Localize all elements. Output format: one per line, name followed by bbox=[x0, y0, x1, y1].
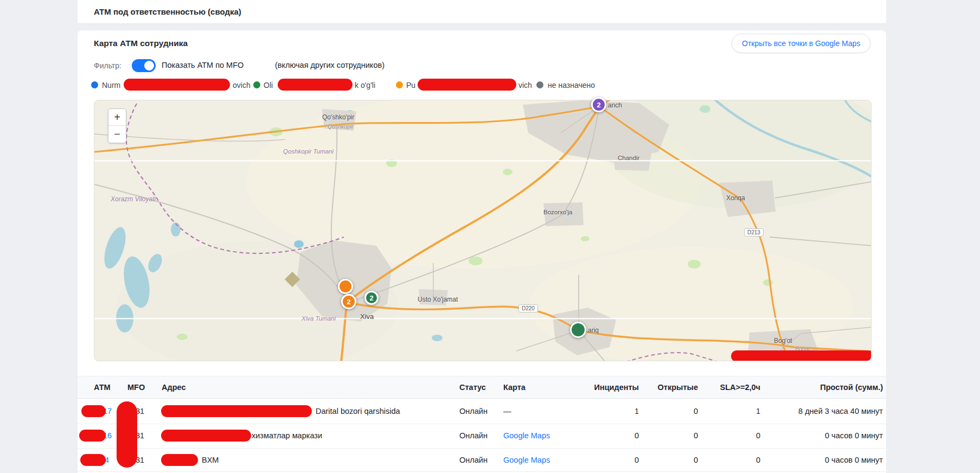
google-maps-link[interactable]: Google Maps bbox=[503, 424, 550, 448]
status-value: Онлайн bbox=[459, 424, 488, 448]
map-label-qoshkopir-tumani: Qoshkopir Tumani bbox=[283, 148, 334, 155]
legend-item-employee-1-suffix: ovich bbox=[233, 81, 251, 90]
map-link-empty: — bbox=[503, 399, 511, 424]
address-value: Darital bozori qarshisida bbox=[316, 399, 400, 424]
map-marker-green-single[interactable] bbox=[570, 322, 586, 338]
zoom-out-button[interactable]: − bbox=[108, 126, 126, 143]
map-marker-orange-cluster[interactable]: 2 bbox=[341, 294, 356, 309]
map-label-qoshkopir: Qo'shko'pir bbox=[322, 113, 354, 121]
column-header-downtime: Простой (сумм.) bbox=[721, 376, 883, 399]
redaction-bar bbox=[161, 430, 251, 442]
toggle-label: Показать АТМ по MFO bbox=[162, 61, 244, 69]
map-marker-orange-single[interactable] bbox=[338, 279, 353, 294]
legend-dot-green-icon bbox=[253, 81, 260, 88]
column-header-atm: АТМ bbox=[94, 376, 111, 399]
summary-header-bar: АТМ под ответственностью (сводка) bbox=[78, 0, 886, 24]
map-label-xonqa: Xonqa bbox=[726, 194, 745, 202]
redaction-bar bbox=[418, 79, 516, 91]
map-label-bozorxoja: Bozorxo'ja bbox=[543, 209, 572, 215]
map-label-usto-xojamat: Usto Xo'jamat bbox=[418, 296, 458, 303]
address-value: хизматлар маркази bbox=[252, 424, 322, 448]
map-tiles[interactable]: Qo'shko'pir Qoshkopir Qoshkopir Tumani C… bbox=[94, 100, 872, 361]
map-marker-purple-cluster[interactable]: 2 bbox=[591, 97, 606, 112]
legend-item-employee-2-suffix: k o'g'li bbox=[355, 81, 375, 90]
status-value: Онлайн bbox=[459, 399, 488, 424]
map-label-ariq-partial: ariq bbox=[588, 327, 599, 334]
column-header-address: Адрес bbox=[162, 376, 185, 399]
row-divider bbox=[78, 471, 886, 472]
legend-item-unassigned: не назначено bbox=[548, 81, 595, 90]
card-title: Карта АТМ сотрудника bbox=[94, 39, 188, 48]
mfo-filter-toggle[interactable] bbox=[132, 59, 156, 72]
google-maps-link[interactable]: Google Maps bbox=[503, 448, 550, 472]
redaction-bar bbox=[278, 79, 353, 91]
map-label-xiva-tumani: Xiva Tumani bbox=[302, 315, 336, 322]
map-road-badge-d220: D220 bbox=[518, 304, 538, 312]
redaction-bar bbox=[161, 405, 312, 417]
legend-dot-blue-icon bbox=[91, 81, 98, 88]
toggle-note: (включая других сотрудников) bbox=[275, 61, 385, 69]
column-header-map: Карта bbox=[503, 376, 526, 399]
legend-item-employee-1-prefix: Nurm bbox=[102, 81, 120, 90]
downtime-value: 0 часов 0 минут bbox=[721, 424, 883, 448]
column-header-mfo: MFO bbox=[127, 376, 145, 399]
map-label-xiva: Xiva bbox=[360, 312, 374, 321]
open-all-in-google-maps-button[interactable]: Открыть все точки в Google Maps bbox=[732, 34, 870, 53]
column-header-status: Статус bbox=[459, 376, 486, 399]
map-label-bogot: Bog'ot bbox=[774, 337, 792, 344]
redaction-bar bbox=[81, 405, 106, 417]
legend-item-employee-3-suffix: vich bbox=[518, 81, 532, 90]
page: АТМ под ответственностью (сводка) Карта … bbox=[0, 0, 980, 473]
map-road-badge-d213: D213 bbox=[744, 228, 764, 237]
filter-label: Фильтр: bbox=[94, 61, 121, 70]
address-value: BXM bbox=[202, 448, 219, 472]
toggle-knob-icon bbox=[144, 61, 154, 71]
legend-item-employee-3-prefix: Pu bbox=[406, 81, 415, 90]
redaction-bar bbox=[161, 454, 198, 466]
redaction-bar bbox=[124, 79, 230, 91]
legend-item-employee-2-prefix: Oli bbox=[264, 81, 273, 90]
redaction-bar-mfo-column bbox=[117, 401, 137, 468]
zoom-in-button[interactable]: + bbox=[108, 109, 126, 126]
downtime-value: 8 дней 3 часа 40 минут bbox=[721, 399, 883, 424]
map-zoom-control: + − bbox=[108, 108, 126, 143]
map-label-xorazm-viloyati: Xorazm Viloyati bbox=[111, 195, 156, 203]
redaction-bar bbox=[80, 454, 106, 466]
map-marker-green-cluster[interactable]: 2 bbox=[364, 291, 379, 305]
legend-dot-orange-icon bbox=[396, 81, 403, 88]
redaction-bar-attribution bbox=[731, 350, 872, 361]
map-label-urganch-partial: anch bbox=[608, 101, 622, 109]
status-value: Онлайн bbox=[459, 448, 488, 472]
legend-dot-gray-icon bbox=[536, 81, 543, 88]
downtime-value: 0 часов 0 минут bbox=[721, 448, 883, 472]
page-title: АТМ под ответственностью (сводка) bbox=[94, 0, 241, 24]
map-label-qoshkopir-alt: Qoshkopir bbox=[328, 123, 354, 130]
redaction-bar bbox=[79, 430, 106, 442]
map-label-chandir: Chandir bbox=[618, 155, 639, 161]
atm-map[interactable]: Qo'shko'pir Qoshkopir Qoshkopir Tumani C… bbox=[94, 100, 872, 361]
